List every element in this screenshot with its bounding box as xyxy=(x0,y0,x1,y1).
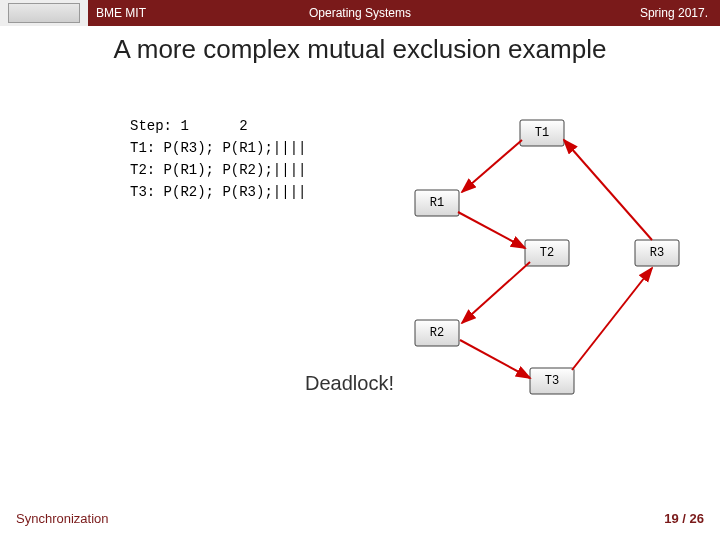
edge-t3-r3 xyxy=(572,268,652,370)
edge-r1-t2 xyxy=(458,212,525,248)
footer-page: 19 / 26 xyxy=(664,511,704,526)
term-label: Spring 2017. xyxy=(640,6,708,20)
node-t1: T1 xyxy=(520,120,564,146)
edge-r2-t3 xyxy=(460,340,530,378)
edge-r3-t1 xyxy=(564,140,652,240)
node-r2: R2 xyxy=(415,320,459,346)
svg-text:R2: R2 xyxy=(430,326,444,340)
node-t3: T3 xyxy=(530,368,574,394)
header-bar: BME MIT Operating Systems Spring 2017. xyxy=(0,0,720,26)
page-title: A more complex mutual exclusion example xyxy=(0,34,720,65)
edge-t2-r2 xyxy=(462,262,530,323)
step-listing: Step: 1 2 T1: P(R3); P(R1);|||| T2: P(R1… xyxy=(130,115,306,203)
svg-text:T1: T1 xyxy=(535,126,549,140)
svg-text:T2: T2 xyxy=(540,246,554,260)
svg-text:R1: R1 xyxy=(430,196,444,210)
node-t2: T2 xyxy=(525,240,569,266)
dept-label: BME MIT xyxy=(96,6,146,20)
deadlock-diagram: T1 R1 T2 R3 R2 T3 xyxy=(380,110,700,430)
footer-section: Synchronization xyxy=(16,511,109,526)
svg-text:R3: R3 xyxy=(650,246,664,260)
node-r3: R3 xyxy=(635,240,679,266)
svg-text:T3: T3 xyxy=(545,374,559,388)
edge-t1-r1 xyxy=(462,140,522,192)
logo xyxy=(0,0,88,26)
deadlock-label: Deadlock! xyxy=(305,372,394,395)
course-label: Operating Systems xyxy=(309,6,411,20)
node-r1: R1 xyxy=(415,190,459,216)
